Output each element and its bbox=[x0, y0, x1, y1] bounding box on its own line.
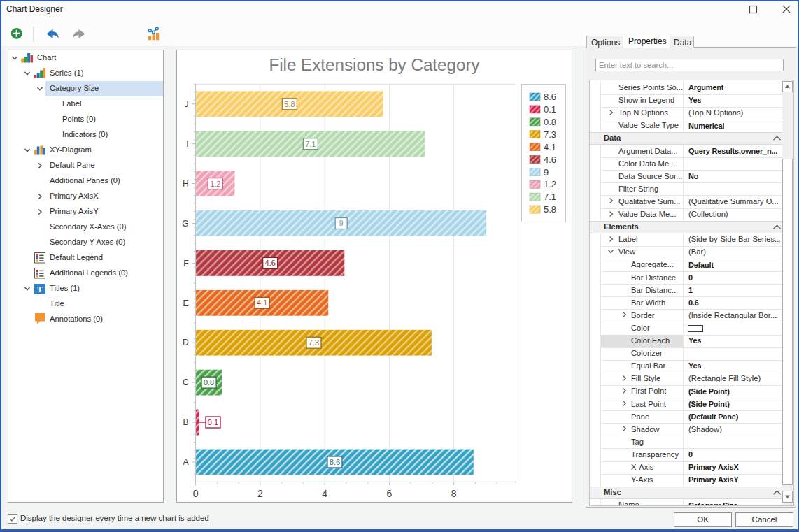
svg-text:4.1: 4.1 bbox=[544, 142, 556, 152]
svg-text:9: 9 bbox=[339, 219, 344, 227]
svg-text:G: G bbox=[182, 219, 188, 229]
svg-text:6: 6 bbox=[386, 488, 392, 499]
svg-text:8.6: 8.6 bbox=[544, 92, 556, 102]
svg-text:5.8: 5.8 bbox=[284, 100, 295, 108]
svg-text:B: B bbox=[183, 417, 189, 427]
svg-text:E: E bbox=[183, 299, 189, 308]
svg-text:F: F bbox=[183, 259, 188, 268]
svg-text:H: H bbox=[183, 179, 189, 189]
svg-text:T: T bbox=[37, 284, 43, 294]
svg-text:J: J bbox=[185, 99, 189, 109]
svg-text:9: 9 bbox=[544, 167, 549, 178]
svg-text:0.1: 0.1 bbox=[208, 418, 218, 426]
svg-text:4.6: 4.6 bbox=[265, 259, 276, 267]
svg-text:A: A bbox=[183, 457, 189, 467]
svg-text:1.2: 1.2 bbox=[544, 179, 556, 189]
svg-text:7.3: 7.3 bbox=[544, 129, 556, 140]
svg-text:5.8: 5.8 bbox=[544, 204, 556, 215]
svg-text:D: D bbox=[183, 338, 189, 347]
svg-text:File Extensions by Category: File Extensions by Category bbox=[269, 55, 480, 74]
svg-text:7.1: 7.1 bbox=[305, 140, 316, 148]
svg-text:0.8: 0.8 bbox=[544, 117, 556, 127]
svg-text:0: 0 bbox=[193, 488, 199, 499]
svg-text:7.3: 7.3 bbox=[309, 338, 319, 347]
svg-text:4: 4 bbox=[322, 488, 327, 499]
svg-text:0.1: 0.1 bbox=[544, 104, 556, 115]
svg-text:1.2: 1.2 bbox=[210, 180, 220, 188]
svg-text:4.6: 4.6 bbox=[544, 154, 556, 165]
svg-text:2: 2 bbox=[257, 488, 263, 499]
svg-text:8.6: 8.6 bbox=[330, 458, 340, 466]
svg-text:I: I bbox=[186, 139, 188, 149]
svg-text:7.1: 7.1 bbox=[544, 192, 556, 202]
svg-text:C: C bbox=[183, 378, 189, 387]
svg-text:4.1: 4.1 bbox=[257, 299, 267, 307]
svg-text:0.8: 0.8 bbox=[204, 378, 214, 387]
svg-text:8: 8 bbox=[451, 488, 457, 499]
